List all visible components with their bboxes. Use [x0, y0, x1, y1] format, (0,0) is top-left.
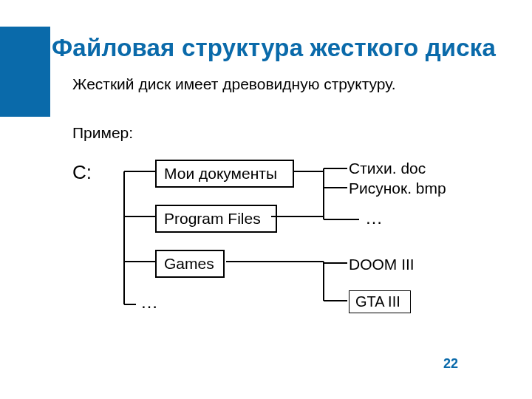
page-number: 22 — [443, 356, 458, 372]
slide: Файловая структура жесткого диска Жестки… — [0, 0, 532, 399]
node-my-documents: Мои документы — [155, 160, 294, 188]
file-doom: DOOM III — [349, 256, 415, 273]
file-risunok: Рисунок. bmp — [349, 180, 446, 197]
root-label: C: — [72, 161, 92, 184]
ellipsis-right: … — [365, 208, 383, 228]
slide-title: Файловая структура жесткого диска — [52, 34, 496, 62]
file-gta: GTA III — [349, 290, 411, 313]
ellipsis-left: … — [140, 292, 158, 313]
node-games: Games — [155, 250, 225, 278]
example-label: Пример: — [72, 124, 133, 142]
file-stihi: Стихи. doc — [349, 160, 426, 177]
node-program-files: Program Files — [155, 205, 277, 233]
accent-bar — [0, 27, 50, 117]
subtitle: Жесткий диск имеет древовидную структуру… — [72, 75, 396, 93]
